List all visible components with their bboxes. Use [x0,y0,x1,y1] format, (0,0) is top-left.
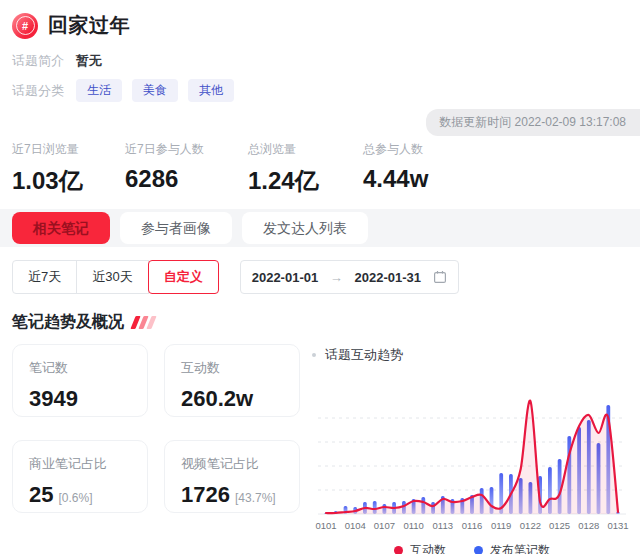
quick-filter-button[interactable]: 自定义 [148,260,219,294]
svg-text:0101: 0101 [315,520,336,531]
summary-card: 互动数260.2w [164,344,300,417]
stat-item: 近7日浏览量1.03亿 [12,141,125,197]
topic-category-row: 话题分类 生活美食其他 [12,79,628,102]
section-title: 笔记趋势及概况 [12,312,124,333]
summary-card: 视频笔记占比1726[43.7%] [164,440,300,513]
title-row: # 回家过年 [12,12,628,39]
legend-label: 互动数 [410,542,446,554]
trend-content: 笔记数3949互动数260.2w商业笔记占比25[0.6%]视频笔记占比1726… [0,333,640,554]
date-start-value[interactable]: 2022-01-01 [252,270,319,285]
stat-value: 6286 [125,165,248,193]
topic-trend-chart: 0101010401070110011301160119012201250128… [312,368,632,540]
svg-text:0116: 0116 [462,520,482,531]
topic-intro-row: 话题简介 暂无 [12,52,628,70]
svg-text:0107: 0107 [374,520,395,531]
chart-legend: 互动数发布笔记数 [312,542,632,554]
legend-item[interactable]: 发布笔记数 [474,542,550,554]
tab-item[interactable]: 参与者画像 [120,212,232,244]
update-time-badge: 数据更新时间 2022-02-09 13:17:08 [426,109,640,136]
stat-value: 1.24亿 [248,165,363,197]
card-label: 视频笔记占比 [181,455,283,473]
card-value: 3949 [29,386,78,412]
summary-card: 笔记数3949 [12,344,148,417]
card-label: 互动数 [181,359,283,377]
page-title: 回家过年 [48,12,130,39]
card-value: 1726 [181,482,230,508]
stat-item: 近7日参与人数6286 [125,141,248,197]
svg-text:0122: 0122 [520,520,541,531]
stat-item: 总浏览量1.24亿 [248,141,363,197]
intro-value: 暂无 [76,52,102,70]
svg-text:0110: 0110 [403,520,423,531]
topic-analytics-page: # 回家过年 话题简介 暂无 话题分类 生活美食其他 数据更新时间 2022-0… [0,0,640,554]
stat-value: 4.44w [363,165,628,193]
stat-item: 总参与人数4.44w [363,141,628,197]
legend-label: 发布笔记数 [490,542,550,554]
filter-row: 近7天近30天自定义 2022-01-01 → 2022-01-31 [12,260,628,294]
chart-panel: 话题互动趋势 010101040107011001130116011901220… [312,344,632,554]
card-extra-percent: [0.6%] [58,491,92,505]
range-arrow-icon: → [330,270,343,285]
hash-icon: # [16,16,35,35]
card-label: 商业笔记占比 [29,455,131,473]
topic-category-tag[interactable]: 其他 [188,79,234,102]
slashes-decoration-icon [133,316,154,329]
card-extra-percent: [43.7%] [235,491,276,505]
update-time-row: 数据更新时间 2022-02-09 13:17:08 [0,109,640,136]
quick-filter-button[interactable]: 近30天 [76,260,148,294]
summary-cards: 笔记数3949互动数260.2w商业笔记占比25[0.6%]视频笔记占比1726… [12,344,300,513]
stat-label: 近7日参与人数 [125,141,248,158]
legend-dot-icon [394,546,403,554]
topic-category-tag[interactable]: 生活 [76,79,122,102]
date-range-picker[interactable]: 2022-01-01 → 2022-01-31 [240,260,459,294]
stat-label: 总浏览量 [248,141,363,158]
stat-value: 1.03亿 [12,165,125,197]
svg-text:0131: 0131 [607,520,628,531]
tab-strip: 相关笔记参与者画像发文达人列表 [0,209,640,247]
tab-active[interactable]: 相关笔记 [12,212,110,244]
stat-label: 近7日浏览量 [12,141,125,158]
card-value: 260.2w [181,386,253,412]
chart-title: 话题互动趋势 [325,346,403,364]
topic-category-tag[interactable]: 美食 [132,79,178,102]
date-end-value[interactable]: 2022-01-31 [355,270,422,285]
svg-text:0113: 0113 [433,520,453,531]
quick-filter-button[interactable]: 近7天 [12,260,77,294]
category-label: 话题分类 [12,82,64,100]
intro-label: 话题简介 [12,52,64,70]
svg-text:0125: 0125 [549,520,570,531]
card-value-row: 1726[43.7%] [181,482,283,508]
topic-hash-badge: # [12,13,38,39]
legend-dot-icon [474,546,483,554]
category-tags: 生活美食其他 [76,79,234,102]
svg-text:0104: 0104 [345,520,366,531]
chart-title-row: 话题互动趋势 [312,346,632,364]
card-value-row: 25[0.6%] [29,482,131,508]
svg-text:0128: 0128 [578,520,599,531]
card-value: 25 [29,482,53,508]
svg-text:0119: 0119 [491,520,511,531]
topic-header: # 回家过年 话题简介 暂无 话题分类 生活美食其他 [0,0,640,102]
calendar-icon[interactable] [433,270,447,284]
date-quick-filters: 近7天近30天自定义 [12,260,219,294]
topic-stats-row: 近7日浏览量1.03亿近7日参与人数6286总浏览量1.24亿总参与人数4.44… [0,136,640,209]
card-value-row: 3949 [29,386,131,412]
tab-item[interactable]: 发文达人列表 [242,212,368,244]
card-label: 笔记数 [29,359,131,377]
bullet-dot-icon [312,353,316,357]
summary-card: 商业笔记占比25[0.6%] [12,440,148,513]
legend-item[interactable]: 互动数 [394,542,446,554]
stat-label: 总参与人数 [363,141,628,158]
section-title-row: 笔记趋势及概况 [12,312,628,333]
card-value-row: 260.2w [181,386,283,412]
